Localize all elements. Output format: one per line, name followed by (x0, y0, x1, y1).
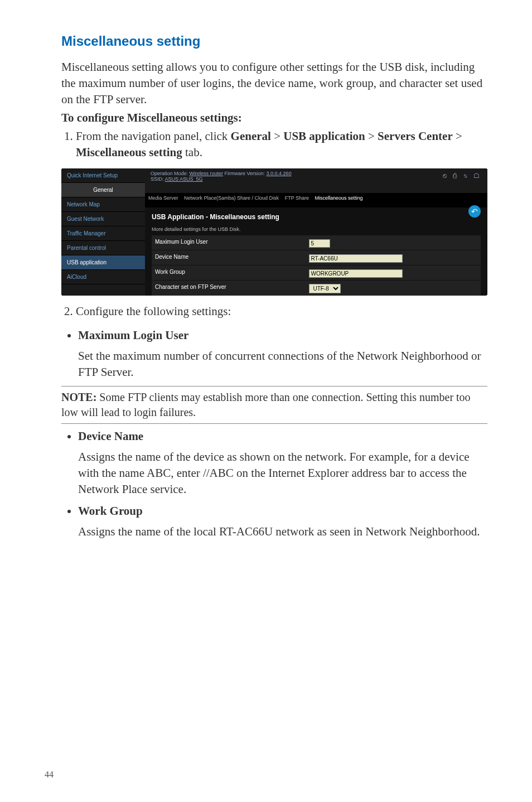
panel-title: USB Application - Miscellaneous setting (145, 207, 487, 226)
settings-table: Maximum Login User Device Name Work Grou… (152, 235, 481, 296)
sidebar: Quick Internet Setup General Network Map… (61, 168, 145, 296)
bullet-max-login: Maximum Login User (78, 327, 487, 344)
step1-servers-center: Servers Center (378, 129, 453, 143)
step1-sep-2: > (365, 129, 378, 143)
op-mode-label: Operation Mode: (151, 171, 190, 176)
step1-text-a: From the navigation panel, click (76, 129, 231, 143)
sidebar-section-general: General (61, 183, 145, 197)
step-1: From the navigation panel, click General… (76, 128, 487, 161)
sidebar-item-traffic-manager[interactable]: Traffic Manager (61, 226, 145, 241)
sidebar-qis[interactable]: Quick Internet Setup (61, 168, 145, 183)
select-charset[interactable]: UTF-8 (309, 284, 341, 293)
tab-ftp-share[interactable]: FTP Share (285, 195, 309, 201)
tab-network-place[interactable]: Network Place(Samba) Share / Cloud Disk (184, 195, 279, 201)
sidebar-item-network-map[interactable]: Network Map (61, 197, 145, 212)
row-device-name: Device Name (152, 250, 481, 265)
panel-subtitle: More detailed settings for the USB Disk. (145, 226, 487, 235)
tab-media-server[interactable]: Media Server (148, 195, 178, 201)
back-icon[interactable]: ↶ (468, 205, 481, 218)
intro-paragraph: Miscellaneous setting allows you to conf… (61, 59, 487, 108)
ssid-label: SSID: (151, 176, 165, 182)
section-heading: Miscellaneous setting (61, 33, 487, 49)
input-device-name[interactable] (309, 254, 403, 263)
tab-bar: Media Server Network Place(Samba) Share … (145, 193, 487, 207)
row-work-group: Work Group (152, 265, 481, 281)
header-status-icons[interactable]: ⎋ ⎙ ⇆ ☖ (443, 172, 482, 180)
fw-link[interactable]: 3.0.0.4.260 (267, 171, 292, 176)
sidebar-item-guest-network[interactable]: Guest Network (61, 212, 145, 226)
sidebar-item-parental-control[interactable]: Parental control (61, 241, 145, 255)
ssid-link[interactable]: ASUS ASUS_5G (165, 176, 203, 182)
note-box: NOTE: Some FTP clients may establish mor… (61, 386, 487, 424)
step1-misc-setting: Miscellaneous setting (76, 146, 182, 159)
step1-sep-3: > (453, 129, 462, 143)
main-panel: Operation Mode: Wireless router Firmware… (145, 168, 487, 296)
step1-general: General (231, 129, 271, 143)
fw-label: Firmware Version: (223, 171, 267, 176)
step1-tail: tab. (182, 146, 202, 159)
row-max-login: Maximum Login User (152, 235, 481, 250)
input-max-login[interactable] (309, 239, 330, 248)
op-mode-link[interactable]: Wireless router (190, 171, 224, 176)
step1-sep-1: > (271, 129, 283, 143)
step-2: Configure the following settings: (76, 303, 487, 320)
page-number: 44 (45, 770, 54, 780)
bullet-device-name-body: Assigns the name of the device as shown … (78, 449, 487, 497)
procedure-heading: To configure Miscellaneous settings: (61, 111, 487, 125)
bullet-work-group: Work Group (78, 503, 487, 519)
row-charset: Character set on FTP Server UTF-8 (152, 281, 481, 296)
note-label: NOTE: (61, 391, 96, 403)
bullet-work-group-body: Assigns the name of the local RT-AC66U n… (78, 524, 487, 540)
label-charset: Character set on FTP Server (152, 281, 307, 296)
label-work-group: Work Group (152, 265, 307, 280)
sidebar-item-aicloud[interactable]: AiCloud (61, 270, 145, 284)
sidebar-item-usb-application[interactable]: USB application (61, 255, 145, 270)
bullet-device-name: Device Name (78, 428, 487, 445)
top-status-bar: Operation Mode: Wireless router Firmware… (145, 168, 487, 193)
step1-usb-app: USB application (283, 129, 365, 143)
label-max-login: Maximum Login User (152, 235, 307, 250)
router-admin-screenshot: Quick Internet Setup General Network Map… (61, 168, 487, 296)
input-work-group[interactable] (309, 269, 403, 278)
tab-misc-setting[interactable]: Miscellaneous setting (315, 195, 363, 201)
label-device-name: Device Name (152, 250, 307, 265)
note-body: Some FTP clients may establish more than… (61, 391, 471, 418)
bullet-max-login-body: Set the maximum number of concurrent con… (78, 348, 487, 380)
